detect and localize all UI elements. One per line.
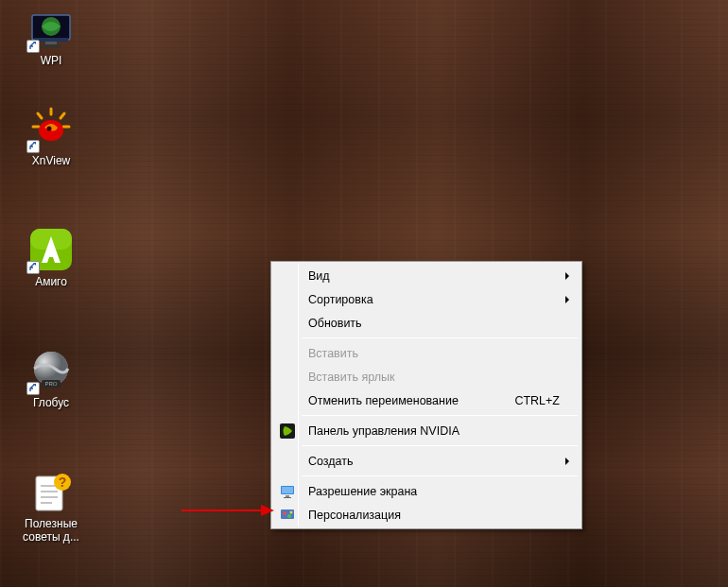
google-earth-icon: PRO bbox=[28, 348, 74, 393]
xnview-icon bbox=[28, 106, 74, 151]
red-arrow-annotation bbox=[182, 503, 276, 518]
menu-item-screen-resolution[interactable]: Разрешение экрана bbox=[273, 479, 580, 503]
menu-item-label: Панель управления NVIDIA bbox=[308, 424, 459, 438]
svg-point-31 bbox=[283, 511, 286, 515]
menu-item-paste-shortcut: Вставить ярлык bbox=[273, 365, 580, 388]
nvidia-icon bbox=[279, 423, 296, 440]
menu-item-label: Вставить ярлык bbox=[308, 371, 395, 384]
svg-rect-27 bbox=[282, 487, 293, 493]
globe-monitor-icon bbox=[28, 6, 74, 51]
menu-item-label: Создать bbox=[308, 455, 354, 468]
desktop-icon-label: Амиго bbox=[35, 275, 67, 288]
menu-item-label: Сортировка bbox=[308, 293, 373, 306]
svg-point-33 bbox=[290, 510, 293, 513]
menu-separator bbox=[302, 445, 578, 446]
menu-item-refresh[interactable]: Обновить bbox=[273, 311, 580, 335]
desktop-context-menu: Вид Сортировка Обновить Вставить Вставит… bbox=[270, 261, 582, 529]
svg-point-32 bbox=[287, 514, 291, 518]
desktop-icon-label: Полезные советы д... bbox=[15, 517, 87, 544]
help-document-icon: ? bbox=[28, 469, 74, 514]
desktop-icon-wpi[interactable]: WPI bbox=[13, 6, 89, 67]
chevron-right-icon bbox=[563, 272, 571, 280]
menu-item-undo-rename[interactable]: Отменить переименование CTRL+Z bbox=[273, 388, 580, 412]
menu-item-create[interactable]: Создать bbox=[273, 449, 580, 473]
menu-separator bbox=[302, 475, 578, 476]
menu-item-label: Разрешение экрана bbox=[308, 485, 417, 498]
menu-item-label: Вид bbox=[308, 269, 330, 283]
desktop-icon-amigo[interactable]: Амиго bbox=[13, 227, 89, 288]
chevron-right-icon bbox=[563, 458, 571, 465]
menu-separator bbox=[302, 415, 578, 416]
svg-text:PRO: PRO bbox=[44, 381, 57, 387]
menu-item-personalize[interactable]: Персонализация bbox=[273, 503, 580, 527]
svg-line-7 bbox=[61, 113, 64, 118]
menu-item-sort[interactable]: Сортировка bbox=[273, 287, 580, 311]
menu-item-nvidia-panel[interactable]: Панель управления NVIDIA bbox=[273, 419, 580, 442]
menu-item-label: Отменить переименование bbox=[308, 394, 459, 407]
personalize-icon bbox=[279, 507, 296, 524]
menu-item-view[interactable]: Вид bbox=[273, 264, 580, 287]
desktop-icon-label: XnView bbox=[32, 154, 70, 167]
desktop-icon-globus[interactable]: PRO Глобус bbox=[13, 348, 89, 409]
svg-rect-28 bbox=[286, 495, 289, 497]
chevron-right-icon bbox=[563, 296, 571, 303]
svg-rect-4 bbox=[42, 44, 61, 47]
svg-rect-30 bbox=[281, 509, 294, 519]
amigo-icon bbox=[28, 227, 74, 272]
svg-text:?: ? bbox=[59, 475, 67, 490]
menu-separator bbox=[302, 337, 578, 338]
svg-point-11 bbox=[47, 127, 52, 131]
desktop-icon-label: WPI bbox=[41, 54, 62, 67]
desktop-icon-xnview[interactable]: XnView bbox=[13, 106, 89, 167]
desktop-icon-tips[interactable]: ? Полезные советы д... bbox=[13, 469, 89, 544]
menu-item-label: Вставить bbox=[308, 347, 358, 360]
menu-item-label: Персонализация bbox=[308, 509, 401, 522]
menu-item-shortcut: CTRL+Z bbox=[514, 394, 560, 407]
desktop-icon-label: Глобус bbox=[33, 396, 69, 409]
svg-rect-29 bbox=[284, 497, 291, 498]
menu-item-label: Обновить bbox=[308, 317, 362, 330]
menu-item-paste: Вставить bbox=[273, 341, 580, 365]
svg-rect-3 bbox=[45, 42, 57, 44]
monitor-icon bbox=[279, 483, 296, 500]
svg-line-6 bbox=[38, 113, 42, 118]
